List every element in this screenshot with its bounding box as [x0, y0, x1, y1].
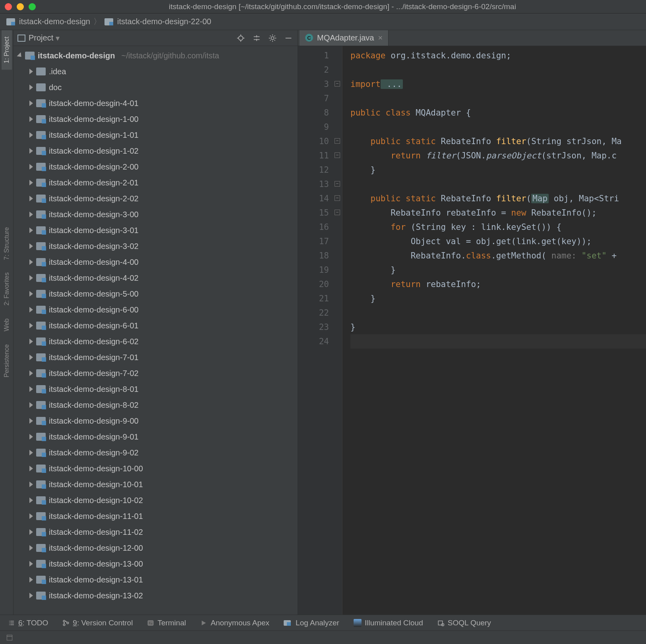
line-number[interactable]: 10 [298, 134, 329, 148]
line-number[interactable]: 2 [298, 63, 329, 77]
rail-persistence[interactable]: Persistence [2, 338, 12, 384]
line-number[interactable]: 17 [298, 234, 329, 249]
line-number[interactable]: 23 [298, 320, 329, 334]
fold-toggle[interactable]: − [335, 81, 340, 87]
fold-toggle[interactable]: − [335, 138, 340, 144]
expand-arrow-icon[interactable] [29, 482, 33, 487]
line-number[interactable]: 11 [298, 148, 329, 163]
line-number[interactable]: 1 [298, 48, 329, 63]
line-number[interactable]: 19 [298, 263, 329, 277]
line-number[interactable]: 16 [298, 220, 329, 234]
tree-item[interactable]: itstack-demo-design-7-02 [14, 365, 298, 381]
tree-item[interactable]: itstack-demo-design-3-00 [14, 206, 298, 222]
tree-item[interactable]: itstack-demo-design-13-00 [14, 556, 298, 572]
vcs-tool[interactable]: 9: Version Control [62, 619, 133, 627]
expand-arrow-icon[interactable] [29, 196, 33, 201]
tree-item[interactable]: itstack-demo-design-6-02 [14, 334, 298, 349]
expand-arrow-icon[interactable] [29, 513, 33, 519]
tree-item[interactable]: itstack-demo-design-2-00 [14, 159, 298, 175]
tree-root[interactable]: itstack-demo-design ~/itstack/git/github… [14, 48, 298, 64]
line-number[interactable]: 9 [298, 120, 329, 134]
hide-icon[interactable] [283, 33, 294, 43]
expand-arrow-icon[interactable] [29, 529, 33, 535]
expand-arrow-icon[interactable] [29, 497, 33, 503]
soql-tool[interactable]: SOQL Query [437, 619, 491, 627]
expand-arrow-icon[interactable] [29, 370, 33, 376]
expand-arrow-icon[interactable] [29, 132, 33, 138]
expand-arrow-icon[interactable] [29, 275, 33, 281]
code-content[interactable]: package org.itstack.demo.design; import … [342, 46, 646, 615]
tree-item[interactable]: itstack-demo-design-10-01 [14, 476, 298, 492]
gear-icon[interactable] [267, 33, 278, 43]
apex-tool[interactable]: Anonymous Apex [200, 619, 269, 627]
expand-arrow-icon[interactable] [29, 212, 33, 217]
tree-item[interactable]: itstack-demo-design-12-00 [14, 540, 298, 556]
line-number[interactable]: 13 [298, 177, 329, 191]
tree-item[interactable]: itstack-demo-design-4-02 [14, 270, 298, 286]
collapse-icon[interactable] [251, 33, 262, 43]
expand-arrow-icon[interactable] [29, 402, 33, 408]
tree-item[interactable]: itstack-demo-design-9-02 [14, 445, 298, 461]
fold-toggle[interactable]: − [335, 181, 340, 187]
close-icon[interactable]: × [378, 33, 383, 42]
expand-arrow-icon[interactable] [29, 116, 33, 122]
editor-tab[interactable]: C MQAdapter.java × [300, 30, 389, 46]
line-number[interactable]: 7 [298, 91, 329, 106]
line-number[interactable]: 20 [298, 277, 329, 291]
locate-icon[interactable] [236, 33, 246, 43]
line-number[interactable]: 14 [298, 191, 329, 206]
rail-structure[interactable]: 7: Structure [2, 221, 12, 266]
line-number[interactable]: 15 [298, 206, 329, 220]
tree-item[interactable]: itstack-demo-design-10-02 [14, 492, 298, 508]
tree-item[interactable]: doc [14, 79, 298, 95]
line-gutter[interactable]: 123789@10111213@1415161718192021222324 [298, 46, 332, 615]
expand-arrow-icon[interactable] [29, 339, 33, 344]
expand-arrow-icon[interactable] [29, 545, 33, 551]
tree-item[interactable]: itstack-demo-design-10-00 [14, 461, 298, 476]
rail-project[interactable]: 1: Project [2, 30, 12, 70]
line-number[interactable]: 21 [298, 291, 329, 306]
line-number[interactable]: 3 [298, 77, 329, 91]
tree-item[interactable]: itstack-demo-design-13-02 [14, 588, 298, 604]
tree-item[interactable]: itstack-demo-design-3-01 [14, 222, 298, 238]
code-area[interactable]: 123789@10111213@1415161718192021222324 −… [298, 46, 646, 615]
expand-arrow-icon[interactable] [29, 85, 33, 90]
fold-toggle[interactable]: − [335, 195, 340, 201]
expand-arrow-icon[interactable] [29, 69, 33, 74]
expand-arrow-icon[interactable] [29, 164, 33, 170]
line-number[interactable]: 22 [298, 306, 329, 320]
expand-arrow-icon[interactable] [29, 466, 33, 471]
line-number[interactable]: 18 [298, 249, 329, 263]
expand-arrow-icon[interactable] [29, 593, 33, 598]
breadcrumb-root[interactable]: itstack-demo-design [6, 17, 90, 26]
tree-item[interactable]: itstack-demo-design-13-01 [14, 572, 298, 588]
cloud-tool[interactable]: Illuminated Cloud [354, 619, 423, 627]
close-icon[interactable] [5, 3, 12, 10]
expand-arrow-icon[interactable] [29, 148, 33, 154]
tree-item[interactable]: itstack-demo-design-6-01 [14, 318, 298, 334]
status-icon[interactable] [6, 634, 14, 642]
expand-arrow-icon[interactable] [29, 228, 33, 233]
tree-item[interactable]: itstack-demo-design-9-00 [14, 413, 298, 429]
tree-item[interactable]: itstack-demo-design-8-01 [14, 381, 298, 397]
line-number[interactable]: 24 [298, 334, 329, 349]
expand-arrow-icon[interactable] [29, 243, 33, 249]
tree-item[interactable]: itstack-demo-design-5-00 [14, 286, 298, 302]
expand-arrow-icon[interactable] [29, 307, 33, 312]
tree-item[interactable]: .idea [14, 64, 298, 79]
rail-favorites[interactable]: 2: Favorites [2, 266, 12, 312]
line-number[interactable]: 8 [298, 106, 329, 120]
rail-web[interactable]: Web [2, 312, 12, 338]
expand-arrow-icon[interactable] [29, 291, 33, 297]
log-tool[interactable]: Log Analyzer [284, 619, 339, 627]
pane-title[interactable]: Project [29, 33, 53, 42]
expand-arrow-icon[interactable] [29, 100, 33, 106]
tree-item[interactable]: itstack-demo-design-2-02 [14, 191, 298, 206]
tree-item[interactable]: itstack-demo-design-4-00 [14, 254, 298, 270]
expand-arrow-icon[interactable] [29, 386, 33, 392]
expand-arrow-icon[interactable] [29, 418, 33, 424]
expand-arrow-icon[interactable] [29, 450, 33, 455]
todo-tool[interactable]: 6: TODO [8, 619, 48, 627]
tree-item[interactable]: itstack-demo-design-11-01 [14, 508, 298, 524]
tree-item[interactable]: itstack-demo-design-1-01 [14, 127, 298, 143]
